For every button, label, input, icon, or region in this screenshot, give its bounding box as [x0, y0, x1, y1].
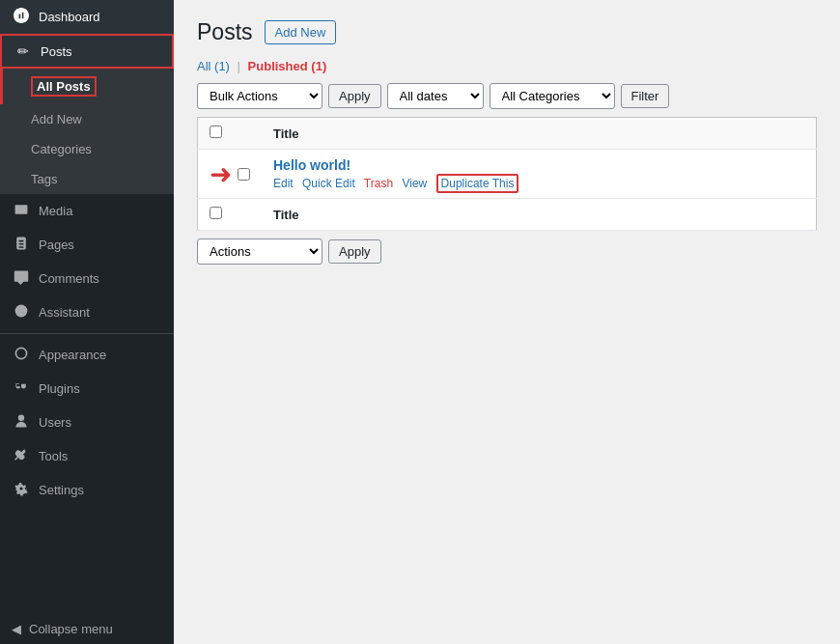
sidebar-item-comments-label: Comments: [39, 271, 99, 286]
sidebar: Dashboard ✏ Posts All Posts Add New Cate…: [0, 0, 174, 644]
sidebar-item-settings-label: Settings: [39, 483, 84, 497]
collapse-label: Collapse menu: [29, 622, 113, 636]
media-icon: [12, 202, 31, 220]
red-arrow-indicator: ➜: [210, 158, 232, 190]
comments-icon: [12, 269, 31, 288]
table-header-row: Title: [198, 118, 817, 150]
all-posts-label: All Posts: [31, 76, 97, 97]
categories-label: Categories: [31, 142, 92, 156]
sidebar-item-tools[interactable]: Tools: [0, 439, 174, 473]
post-title-link[interactable]: Hello world!: [273, 157, 804, 173]
plugins-icon: [12, 379, 31, 398]
sidebar-item-appearance[interactable]: Appearance: [0, 338, 174, 372]
sidebar-item-comments[interactable]: Comments: [0, 262, 174, 295]
assistant-icon: [12, 303, 31, 322]
sidebar-item-users[interactable]: Users: [0, 406, 174, 439]
settings-icon: [12, 481, 31, 499]
add-new-post-label: Add New: [31, 112, 82, 126]
row-checkbox[interactable]: [238, 168, 250, 181]
sidebar-item-users-label: Users: [39, 415, 71, 430]
sidebar-item-dashboard[interactable]: Dashboard: [0, 0, 174, 34]
posts-submenu: All Posts Add New Categories Tags: [0, 69, 174, 194]
posts-table: Title ➜ Hello world! Edit Quick Edit: [197, 117, 817, 231]
svg-rect-0: [15, 205, 28, 214]
bulk-actions-top-select[interactable]: Bulk Actions: [197, 83, 322, 109]
filter-button[interactable]: Filter: [621, 84, 670, 108]
all-posts-filter[interactable]: All (1): [197, 59, 230, 73]
main-content: Posts Add New All (1) | Published (1) Bu…: [174, 0, 840, 644]
row-checkbox-cell: ➜: [198, 150, 263, 199]
table-row: ➜ Hello world! Edit Quick Edit Trash Vie…: [198, 150, 817, 199]
svg-point-1: [15, 305, 28, 318]
appearance-icon: [12, 346, 31, 364]
filter-links: All (1) | Published (1): [197, 59, 817, 73]
empty-row-checkbox-cell: [198, 199, 263, 231]
empty-row-checkbox[interactable]: [210, 207, 222, 219]
header-checkbox-col: [198, 118, 263, 150]
tools-icon: [12, 447, 31, 465]
sidebar-item-pages-label: Pages: [39, 238, 74, 252]
dashboard-icon: [12, 8, 31, 26]
sidebar-item-appearance-label: Appearance: [39, 348, 106, 362]
pages-icon: [12, 236, 31, 254]
sidebar-item-tools-label: Tools: [39, 449, 68, 463]
tags-label: Tags: [31, 172, 57, 186]
empty-title-label: Title: [273, 208, 299, 222]
page-title-row: Posts Add New: [197, 19, 817, 45]
sidebar-item-assistant[interactable]: Assistant: [0, 295, 174, 329]
apply-top-button[interactable]: Apply: [328, 84, 381, 108]
bottom-table-controls: Actions Apply: [197, 238, 817, 265]
bulk-actions-bottom-select[interactable]: Actions: [197, 238, 322, 265]
collapse-icon: ◀: [12, 622, 21, 636]
filter-separator: |: [238, 59, 240, 73]
sidebar-item-tags[interactable]: Tags: [0, 164, 174, 194]
sidebar-item-media[interactable]: Media: [0, 194, 174, 228]
page-title: Posts: [197, 19, 253, 45]
sidebar-divider: [0, 333, 174, 334]
row-title-cell: Hello world! Edit Quick Edit Trash View …: [262, 150, 817, 199]
sidebar-item-plugins[interactable]: Plugins: [0, 372, 174, 406]
sidebar-item-all-posts[interactable]: All Posts: [0, 69, 174, 104]
sidebar-item-plugins-label: Plugins: [39, 381, 80, 396]
sidebar-item-add-new-post[interactable]: Add New: [0, 104, 174, 134]
sidebar-item-settings[interactable]: Settings: [0, 473, 174, 507]
add-new-button[interactable]: Add New: [265, 20, 337, 44]
edit-link[interactable]: Edit: [273, 177, 294, 190]
all-categories-select[interactable]: All Categories: [490, 83, 615, 109]
row-actions: Edit Quick Edit Trash View Duplicate Thi…: [273, 177, 804, 190]
apply-bottom-button[interactable]: Apply: [328, 239, 381, 264]
sidebar-item-dashboard-label: Dashboard: [39, 10, 100, 24]
published-filter[interactable]: Published (1): [248, 59, 327, 73]
quick-edit-link[interactable]: Quick Edit: [302, 177, 355, 190]
empty-row-title-cell: Title: [262, 199, 817, 231]
all-dates-select[interactable]: All dates: [387, 83, 484, 109]
sidebar-item-posts-label: Posts: [41, 44, 72, 59]
header-title-col: Title: [262, 118, 817, 150]
sidebar-item-media-label: Media: [39, 204, 72, 218]
sidebar-item-posts[interactable]: ✏ Posts: [0, 34, 174, 69]
sidebar-item-categories[interactable]: Categories: [0, 134, 174, 164]
trash-link[interactable]: Trash: [364, 177, 393, 190]
sidebar-item-assistant-label: Assistant: [39, 305, 90, 320]
duplicate-this-link[interactable]: Duplicate This: [436, 174, 519, 193]
users-icon: [12, 413, 31, 432]
collapse-menu[interactable]: ◀ Collapse menu: [0, 614, 174, 644]
view-link[interactable]: View: [402, 177, 427, 190]
sidebar-item-pages[interactable]: Pages: [0, 228, 174, 262]
table-row-empty: Title: [198, 199, 817, 231]
top-table-controls: Bulk Actions Apply All dates All Categor…: [197, 83, 817, 109]
select-all-checkbox[interactable]: [210, 126, 222, 138]
header-title-label: Title: [273, 126, 299, 141]
posts-icon: ✏: [14, 43, 33, 59]
